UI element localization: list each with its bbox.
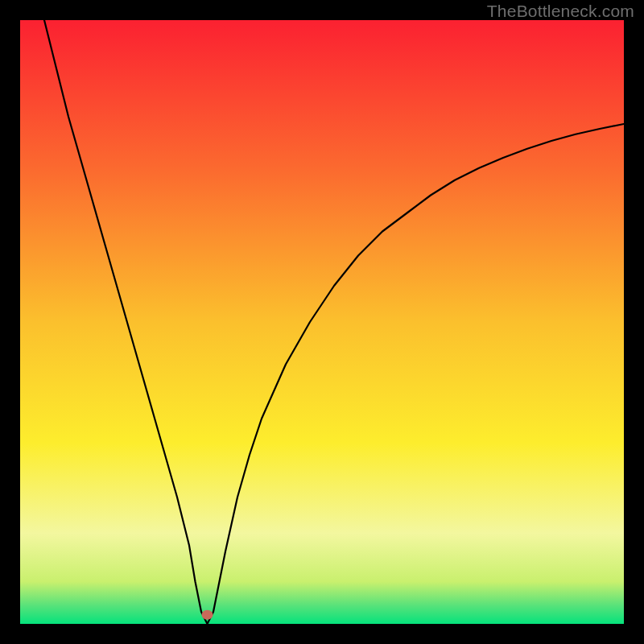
plot-area [20,20,624,624]
minimum-marker [202,610,213,620]
watermark-text: TheBottleneck.com [487,2,634,21]
bottleneck-curve [44,20,624,624]
chart-frame: TheBottleneck.com [0,0,644,644]
curve-layer [20,20,624,624]
